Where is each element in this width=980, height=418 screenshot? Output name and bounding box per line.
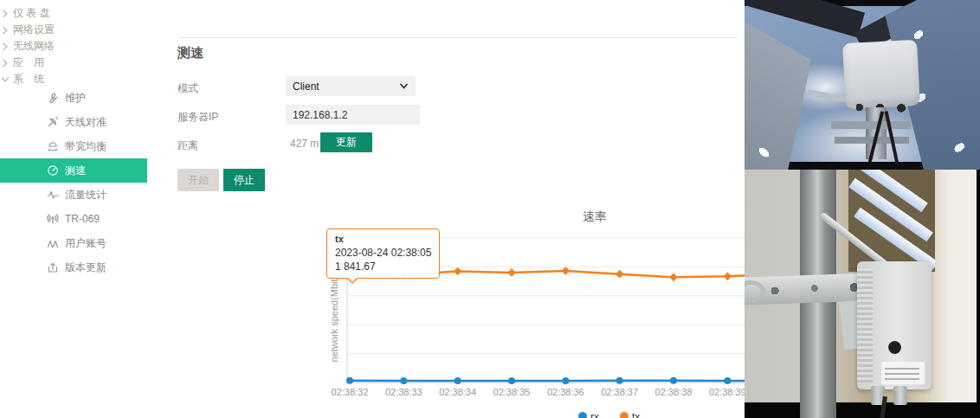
distance-value: 427 m	[290, 138, 319, 150]
sidebar-item-label: 无线网络	[13, 39, 55, 54]
update-button[interactable]: 更新	[320, 132, 372, 152]
chart-point-rx[interactable]	[508, 377, 515, 384]
chart-point-tx[interactable]	[454, 267, 462, 276]
traffic-stats-icon	[47, 189, 59, 201]
x-axis-tick-label: 02:38:33	[385, 387, 422, 397]
photo-column	[745, 0, 980, 418]
chart-tooltip: tx 2023-08-24 02:38:05 1 841.67	[326, 228, 440, 279]
server-ip-label: 服务器IP	[177, 110, 218, 125]
chart-point-rx[interactable]	[616, 377, 623, 384]
sidebar-item-user-account[interactable]: 用户账号	[0, 231, 147, 255]
chart-point-rx[interactable]	[562, 377, 569, 384]
mode-select-value: Client	[293, 80, 319, 93]
chart-point-rx[interactable]	[670, 377, 677, 384]
x-axis-tick-label: 02:38:37	[601, 387, 638, 397]
page-title: 测速	[177, 45, 203, 61]
sidebar-item-label: 应 用	[13, 55, 44, 70]
chart-point-tx[interactable]	[616, 270, 624, 279]
chevron-right-icon	[1, 26, 10, 35]
antenna-align-icon	[47, 116, 59, 128]
stop-button[interactable]: 停止	[223, 169, 265, 191]
sidebar-item-label: 仪 表 盘	[13, 6, 50, 21]
chevron-down-icon	[399, 81, 409, 91]
x-axis-tick-label: 02:38:35	[493, 387, 531, 397]
bandwidth-balance-icon	[47, 140, 59, 152]
x-axis-tick-label: 02:38:32	[332, 387, 369, 397]
legend-label-tx[interactable]: tx	[632, 411, 640, 418]
mode-label: 模式	[177, 81, 198, 96]
content-top-divider	[177, 37, 738, 38]
distance-label: 距离	[177, 138, 198, 153]
sidebar-item-label: 天线对准	[65, 115, 106, 130]
sidebar-item-label: TR-069	[65, 213, 100, 225]
chevron-right-icon	[1, 59, 10, 68]
chart-point-tx[interactable]	[669, 273, 678, 282]
sidebar-item-applications[interactable]: 应 用	[0, 55, 147, 71]
sidebar-top-nav: 仪 表 盘 网络设置 无线网络 应 用 系 统	[0, 5, 147, 87]
chart-point-rx[interactable]	[346, 377, 353, 384]
sidebar-item-label: 系 统	[13, 72, 44, 87]
sidebar-item-antenna-alignment[interactable]: 天线对准	[0, 110, 147, 134]
mode-select[interactable]: Client	[286, 76, 416, 96]
photo-bottom-wireless-bridge-pole	[745, 170, 980, 418]
tooltip-series-name: tx	[335, 233, 431, 246]
sidebar-system-submenu: 维护 天线对准 带宽均衡 测速 流量统计 TR-069	[0, 86, 147, 280]
x-axis-tick-label: 02:38:38	[655, 387, 693, 397]
chevron-right-icon	[1, 10, 10, 18]
tooltip-timestamp: 2023-08-24 02:38:05	[335, 246, 431, 260]
chart-point-tx[interactable]	[562, 267, 571, 275]
sidebar-item-network-settings[interactable]: 网络设置	[0, 22, 147, 38]
sidebar-item-bandwidth-balance[interactable]: 带宽均衡	[0, 134, 147, 158]
chart-title: 速率	[583, 209, 607, 223]
sidebar: 仪 表 盘 网络设置 无线网络 应 用 系 统 维护	[0, 0, 148, 418]
main-content: 测速 模式 Client 服务器IP 距离 427 m 更新 开始 停止 050…	[147, 0, 743, 418]
sidebar-item-firmware-update[interactable]: 版本更新	[0, 255, 147, 280]
sidebar-item-maintenance[interactable]: 维护	[0, 86, 147, 110]
firmware-upgrade-icon	[47, 261, 59, 273]
users-icon	[47, 237, 59, 249]
sidebar-item-label: 测速	[65, 164, 86, 178]
sidebar-item-label: 版本更新	[65, 260, 106, 275]
start-button[interactable]: 开始	[177, 169, 219, 191]
sidebar-item-label: 用户账号	[65, 236, 106, 251]
sidebar-item-label: 流量统计	[65, 188, 106, 203]
wrench-icon	[47, 92, 59, 104]
sidebar-item-traffic-statistics[interactable]: 流量统计	[0, 183, 147, 207]
sidebar-item-wireless-network[interactable]: 无线网络	[0, 38, 147, 55]
legend-swatch-rx[interactable]	[578, 412, 587, 418]
chart-point-rx[interactable]	[400, 377, 407, 384]
radio-device	[842, 40, 920, 109]
chart-point-rx[interactable]	[724, 377, 731, 384]
x-axis-tick-label: 02:38:34	[439, 387, 476, 397]
speedometer-icon	[47, 164, 59, 177]
chevron-down-icon	[1, 75, 10, 84]
server-ip-input[interactable]	[286, 105, 420, 125]
chart-point-rx[interactable]	[455, 377, 461, 384]
sidebar-item-label: 维护	[65, 91, 86, 106]
x-axis-tick-label: 02:38:36	[547, 387, 584, 397]
app-window: 仪 表 盘 网络设置 无线网络 应 用 系 统 维护	[0, 0, 980, 418]
chart-point-tx[interactable]	[507, 268, 516, 277]
sidebar-item-label: 网络设置	[13, 23, 55, 37]
sidebar-item-speedtest[interactable]: 测速	[0, 158, 147, 183]
sidebar-item-tr069[interactable]: TR-069	[0, 207, 147, 231]
chart-point-tx[interactable]	[724, 273, 732, 281]
legend-swatch-tx[interactable]	[620, 412, 629, 418]
tooltip-value: 1 841.67	[335, 260, 431, 273]
broadcast-icon	[47, 213, 59, 225]
sidebar-item-label: 带宽均衡	[65, 139, 106, 154]
chevron-right-icon	[1, 42, 10, 51]
photo-top-wireless-bridge-skylight	[745, 0, 980, 170]
x-axis-tick-label: 02:38:39	[709, 387, 746, 397]
legend-label-rx[interactable]: rx	[590, 411, 599, 418]
sidebar-item-dashboard[interactable]: 仪 表 盘	[0, 5, 147, 22]
